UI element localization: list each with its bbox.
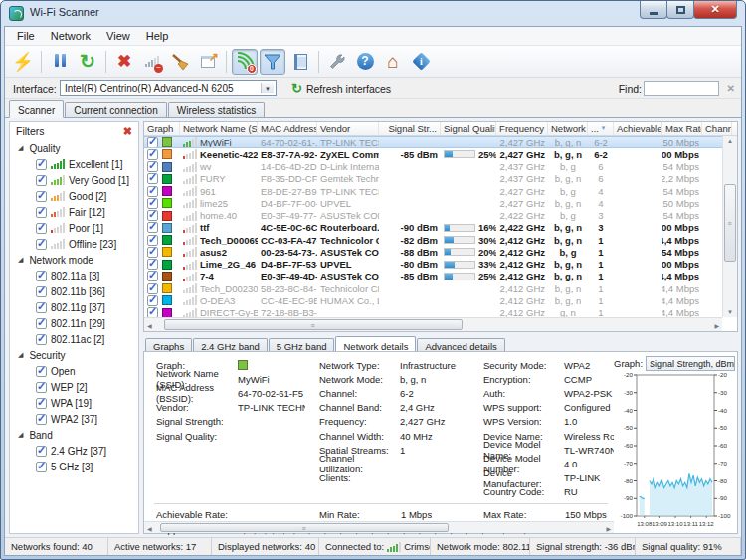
collapse-icon[interactable]: ◢ [18, 431, 23, 439]
filter-item[interactable]: Excellent [1] [10, 156, 138, 172]
table-row[interactable]: home.40E0-3F-49-77-...ASUSTek COM...2,42… [144, 210, 722, 222]
details-scroll-left-icon[interactable]: ◀ [147, 525, 152, 532]
filter-item[interactable]: 5 GHz [3] [10, 459, 138, 474]
log-button[interactable] [287, 49, 313, 75]
table-row[interactable]: ttf4C-5E-0C-6C-...Routerboard.com-90 dBm… [144, 222, 722, 234]
table-row[interactable]: Tech_D0006916CC-03-FA-47-...Technicolor … [144, 234, 722, 246]
interface-combobox[interactable]: Intel(R) Centrino(R) Advanced-N 6205 ▼ [60, 80, 277, 96]
close-filters-icon[interactable]: ✖ [123, 125, 132, 138]
row-checkbox[interactable] [147, 283, 158, 294]
find-input[interactable] [644, 81, 719, 96]
filter-group-band[interactable]: ◢Band [10, 427, 138, 443]
menu-file[interactable]: File [9, 28, 43, 44]
row-checkbox[interactable] [147, 161, 158, 172]
home-button[interactable]: ⌂ [380, 49, 406, 75]
maximize-button[interactable] [666, 1, 694, 19]
filter-group-quality[interactable]: ◢Quality [10, 140, 138, 156]
column-header-ch[interactable]: ... ▼ [588, 122, 614, 135]
row-checkbox[interactable] [147, 186, 158, 197]
minimize-button[interactable] [640, 1, 667, 19]
table-row[interactable]: 7-4E0-3F-49-4D-...ASUSTek COM...-85 dBm2… [144, 271, 722, 282]
column-header-freq[interactable]: Frequency [496, 122, 548, 135]
details-scroll-thumb[interactable]: ≡ [160, 523, 449, 532]
column-header-max[interactable]: Max Rate [662, 122, 702, 135]
menu-network[interactable]: Network [43, 28, 98, 44]
checkbox[interactable] [36, 239, 47, 250]
table-row[interactable]: 961E8-DE-27-B9-...TP-LINK TECH...2,427 G… [144, 185, 722, 197]
checkbox[interactable] [36, 398, 47, 409]
remove-inactive-button[interactable]: − [139, 49, 165, 75]
column-header-quality[interactable]: Signal Quality [441, 122, 496, 135]
filter-item[interactable]: 802.11g [37] [10, 299, 138, 315]
scroll-down-icon[interactable]: ▼ [727, 309, 733, 315]
checkbox[interactable] [36, 191, 47, 202]
filter-group-network-mode[interactable]: ◢Network mode [10, 252, 138, 268]
title-bar[interactable]: Wi-Fi Scanner ✕ [1, 1, 745, 26]
row-checkbox[interactable] [147, 259, 158, 270]
checkbox[interactable] [36, 446, 47, 457]
row-checkbox[interactable] [147, 198, 158, 209]
filter-item[interactable]: 802.11a [3] [10, 268, 138, 283]
filter-group-security[interactable]: ◢Security [10, 347, 138, 363]
delete-button[interactable]: ✖ [111, 49, 137, 75]
checkbox[interactable] [36, 382, 47, 393]
table-row[interactable]: Tech_D002309458-23-8C-84-...Technicolor … [144, 282, 722, 294]
column-header-ach[interactable]: Achievable ... [614, 122, 662, 135]
column-header-mode[interactable]: Network ... [548, 122, 588, 135]
filter-item[interactable]: Offline [23] [10, 236, 138, 252]
column-header-signal[interactable]: Signal Str... [379, 122, 441, 135]
checkbox[interactable] [36, 414, 47, 425]
clear-list-button[interactable] [167, 49, 193, 75]
checkbox[interactable] [36, 223, 47, 234]
pause-button[interactable] [47, 49, 73, 75]
checkbox[interactable] [36, 207, 47, 218]
scroll-up-icon[interactable]: ▲ [727, 138, 733, 144]
scroll-right-icon[interactable]: ▶ [714, 322, 719, 329]
table-row[interactable]: asus200-23-54-73-...ASUSTek COM...-88 dB… [144, 246, 722, 258]
row-checkbox[interactable] [147, 307, 158, 317]
filter-item[interactable]: 2.4 GHz [37] [10, 443, 138, 459]
row-checkbox[interactable] [147, 295, 158, 306]
checkbox[interactable] [36, 286, 47, 297]
checkbox[interactable] [36, 159, 47, 170]
table-row[interactable]: wv14-D6-4D-2D...D-Link Internatio...2,43… [144, 161, 722, 173]
collapse-icon[interactable]: ◢ [18, 351, 23, 359]
filter-item[interactable]: WEP [2] [10, 379, 138, 395]
checkbox[interactable] [36, 302, 47, 313]
checkbox[interactable] [36, 462, 47, 472]
help-button[interactable]: ? [352, 49, 378, 75]
start-scan-button[interactable]: ⚡ [10, 49, 36, 75]
column-header-mac[interactable]: MAC Address... [258, 122, 317, 135]
table-row[interactable]: Keenetic-4227E8-37-7A-92-...ZyXEL Commun… [144, 148, 722, 160]
refresh-interfaces-button[interactable]: ↻ Refresh interfaces [291, 82, 391, 94]
row-checkbox[interactable] [147, 210, 158, 221]
table-row[interactable]: MyWiFi64-70-02-61-...TP-LINK TECH...2,42… [144, 136, 722, 148]
about-button[interactable]: i [408, 49, 434, 75]
graph-type-select[interactable]: Signal Strength, dBm [646, 356, 735, 371]
filter-item[interactable]: 802.11ac [2] [10, 331, 138, 347]
details-scroll-right-icon[interactable]: ▶ [606, 525, 611, 532]
collapse-icon[interactable]: ◢ [18, 144, 23, 152]
checkbox[interactable] [36, 271, 47, 281]
stop-scan-button[interactable]: 0 [232, 49, 258, 75]
filter-item[interactable]: 802.11b [36] [10, 283, 138, 299]
column-header-chann[interactable]: Chann... [702, 122, 732, 135]
tab-wireless-statistics[interactable]: Wireless statistics [168, 102, 265, 117]
column-header-vendor[interactable]: Vendor [317, 122, 379, 135]
filter-item[interactable]: Very Good [1] [10, 172, 138, 188]
filter-item[interactable]: WPA [19] [10, 395, 138, 411]
horizontal-scrollbar[interactable]: ◀ ≡ ▶ [144, 317, 722, 331]
export-button[interactable]: ↗ [195, 49, 221, 75]
vertical-scrollbar[interactable]: ▲ ≡ ▼ [722, 136, 737, 317]
row-checkbox[interactable] [147, 149, 158, 160]
close-button[interactable]: ✕ [693, 1, 737, 19]
detail-tab-2-4-ghz-band[interactable]: 2.4 GHz band [193, 338, 268, 352]
vertical-scroll-thumb[interactable]: ≡ [724, 184, 736, 262]
checkbox[interactable] [36, 175, 47, 186]
detail-tab-graphs[interactable]: Graphs [145, 338, 192, 352]
filter-item[interactable]: Poor [1] [10, 220, 138, 236]
detail-tab-advanced-details[interactable]: Advanced details [417, 338, 504, 352]
tab-current-connection[interactable]: Current connection [65, 102, 167, 117]
collapse-icon[interactable]: ◢ [18, 256, 23, 264]
row-checkbox[interactable] [147, 222, 158, 233]
